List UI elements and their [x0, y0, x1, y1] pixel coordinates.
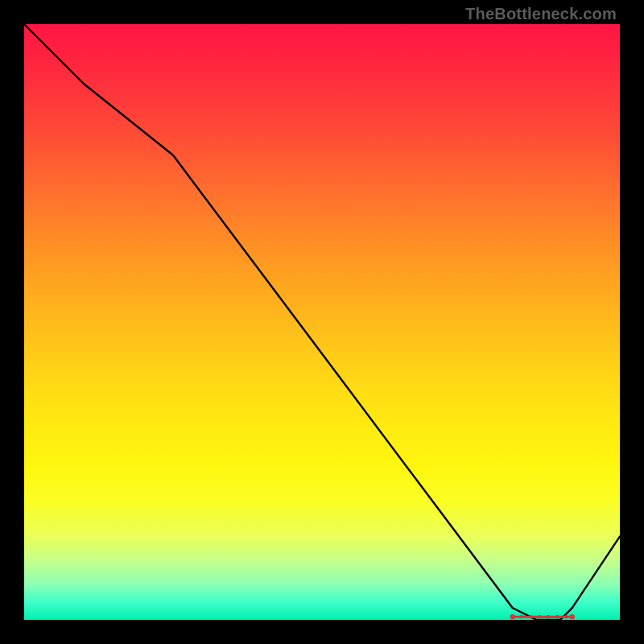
curve-line: [24, 24, 620, 620]
chart-svg: [24, 24, 620, 620]
watermark-label: TheBottleneck.com: [465, 5, 617, 23]
